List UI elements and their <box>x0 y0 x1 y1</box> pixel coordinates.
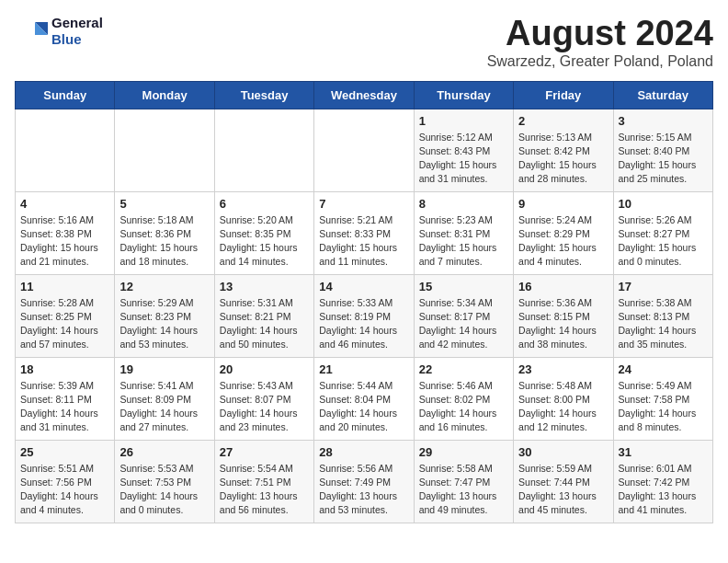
day-info: Sunrise: 5:33 AM Sunset: 8:19 PM Dayligh… <box>319 296 408 352</box>
day-number: 29 <box>419 445 508 459</box>
day-info: Sunrise: 5:12 AM Sunset: 8:43 PM Dayligh… <box>419 131 508 187</box>
weekday-header-monday: Monday <box>115 81 214 109</box>
header: General Blue August 2024 Swarzedz, Great… <box>15 15 713 70</box>
calendar-cell: 18Sunrise: 5:39 AM Sunset: 8:11 PM Dayli… <box>16 357 115 440</box>
day-number: 20 <box>220 362 309 376</box>
day-number: 14 <box>319 280 408 293</box>
calendar-cell: 12Sunrise: 5:29 AM Sunset: 8:23 PM Dayli… <box>115 274 214 357</box>
calendar-cell: 25Sunrise: 5:51 AM Sunset: 7:56 PM Dayli… <box>16 440 115 523</box>
day-info: Sunrise: 5:31 AM Sunset: 8:21 PM Dayligh… <box>220 296 309 352</box>
day-info: Sunrise: 5:41 AM Sunset: 8:09 PM Dayligh… <box>119 379 209 435</box>
day-number: 17 <box>619 280 708 293</box>
day-number: 16 <box>518 280 608 293</box>
calendar-cell: 1Sunrise: 5:12 AM Sunset: 8:43 PM Daylig… <box>414 109 513 191</box>
calendar-cell: 28Sunrise: 5:56 AM Sunset: 7:49 PM Dayli… <box>314 440 414 523</box>
day-number: 11 <box>20 280 109 293</box>
day-info: Sunrise: 5:29 AM Sunset: 8:23 PM Dayligh… <box>119 296 209 352</box>
calendar-cell <box>115 109 214 191</box>
day-info: Sunrise: 5:48 AM Sunset: 8:00 PM Dayligh… <box>518 379 608 435</box>
day-number: 5 <box>119 197 209 211</box>
calendar-cell <box>16 109 115 191</box>
day-number: 30 <box>518 445 608 459</box>
day-info: Sunrise: 5:13 AM Sunset: 8:42 PM Dayligh… <box>518 131 608 187</box>
day-number: 13 <box>220 280 309 293</box>
calendar-cell: 30Sunrise: 5:59 AM Sunset: 7:44 PM Dayli… <box>514 440 613 523</box>
calendar-cell: 20Sunrise: 5:43 AM Sunset: 8:07 PM Dayli… <box>214 357 313 440</box>
day-number: 22 <box>419 362 508 376</box>
calendar-cell: 10Sunrise: 5:26 AM Sunset: 8:27 PM Dayli… <box>613 191 712 274</box>
week-row-1: 1Sunrise: 5:12 AM Sunset: 8:43 PM Daylig… <box>16 109 713 191</box>
day-number: 26 <box>119 445 209 459</box>
day-number: 1 <box>419 114 508 128</box>
day-number: 18 <box>20 362 109 376</box>
calendar-cell: 3Sunrise: 5:15 AM Sunset: 8:40 PM Daylig… <box>613 109 712 191</box>
day-info: Sunrise: 5:59 AM Sunset: 7:44 PM Dayligh… <box>518 462 608 518</box>
calendar-cell: 7Sunrise: 5:21 AM Sunset: 8:33 PM Daylig… <box>314 191 414 274</box>
day-number: 24 <box>619 362 708 376</box>
calendar-table: SundayMondayTuesdayWednesdayThursdayFrid… <box>15 81 713 523</box>
week-row-5: 25Sunrise: 5:51 AM Sunset: 7:56 PM Dayli… <box>16 440 713 523</box>
day-info: Sunrise: 5:18 AM Sunset: 8:36 PM Dayligh… <box>119 213 209 270</box>
day-info: Sunrise: 5:24 AM Sunset: 8:29 PM Dayligh… <box>518 213 608 270</box>
day-number: 25 <box>20 445 109 459</box>
weekday-header-saturday: Saturday <box>613 81 712 109</box>
day-info: Sunrise: 5:20 AM Sunset: 8:35 PM Dayligh… <box>220 213 309 270</box>
weekday-header-wednesday: Wednesday <box>314 81 414 109</box>
calendar-cell: 16Sunrise: 5:36 AM Sunset: 8:15 PM Dayli… <box>514 274 613 357</box>
calendar-cell: 29Sunrise: 5:58 AM Sunset: 7:47 PM Dayli… <box>414 440 513 523</box>
calendar-cell: 8Sunrise: 5:23 AM Sunset: 8:31 PM Daylig… <box>414 191 513 274</box>
day-number: 31 <box>619 445 708 459</box>
weekday-header-sunday: Sunday <box>16 81 115 109</box>
day-info: Sunrise: 5:28 AM Sunset: 8:25 PM Dayligh… <box>20 296 109 352</box>
logo-icon <box>15 15 48 48</box>
calendar-cell <box>314 109 414 191</box>
calendar-cell: 17Sunrise: 5:38 AM Sunset: 8:13 PM Dayli… <box>613 274 712 357</box>
day-info: Sunrise: 5:54 AM Sunset: 7:51 PM Dayligh… <box>220 462 309 518</box>
day-info: Sunrise: 6:01 AM Sunset: 7:42 PM Dayligh… <box>619 462 708 518</box>
day-info: Sunrise: 5:34 AM Sunset: 8:17 PM Dayligh… <box>419 296 508 352</box>
day-info: Sunrise: 5:36 AM Sunset: 8:15 PM Dayligh… <box>518 296 608 352</box>
calendar-cell: 14Sunrise: 5:33 AM Sunset: 8:19 PM Dayli… <box>314 274 414 357</box>
day-info: Sunrise: 5:56 AM Sunset: 7:49 PM Dayligh… <box>319 462 408 518</box>
calendar-cell: 23Sunrise: 5:48 AM Sunset: 8:00 PM Dayli… <box>514 357 613 440</box>
day-number: 10 <box>619 197 708 211</box>
day-info: Sunrise: 5:43 AM Sunset: 8:07 PM Dayligh… <box>220 379 309 435</box>
day-number: 28 <box>319 445 408 459</box>
day-info: Sunrise: 5:51 AM Sunset: 7:56 PM Dayligh… <box>20 462 109 518</box>
day-info: Sunrise: 5:46 AM Sunset: 8:02 PM Dayligh… <box>419 379 508 435</box>
day-number: 8 <box>419 197 508 211</box>
calendar-cell: 31Sunrise: 6:01 AM Sunset: 7:42 PM Dayli… <box>613 440 712 523</box>
logo: General Blue <box>15 15 103 48</box>
day-number: 7 <box>319 197 408 211</box>
calendar-cell: 2Sunrise: 5:13 AM Sunset: 8:42 PM Daylig… <box>514 109 613 191</box>
day-info: Sunrise: 5:26 AM Sunset: 8:27 PM Dayligh… <box>619 213 708 270</box>
day-number: 19 <box>119 362 209 376</box>
calendar-cell: 13Sunrise: 5:31 AM Sunset: 8:21 PM Dayli… <box>214 274 313 357</box>
calendar-cell: 24Sunrise: 5:49 AM Sunset: 7:58 PM Dayli… <box>613 357 712 440</box>
calendar-cell <box>214 109 313 191</box>
week-row-3: 11Sunrise: 5:28 AM Sunset: 8:25 PM Dayli… <box>16 274 713 357</box>
day-number: 9 <box>518 197 608 211</box>
calendar-cell: 27Sunrise: 5:54 AM Sunset: 7:51 PM Dayli… <box>214 440 313 523</box>
weekday-header-row: SundayMondayTuesdayWednesdayThursdayFrid… <box>16 81 713 109</box>
day-number: 15 <box>419 280 508 293</box>
calendar-cell: 5Sunrise: 5:18 AM Sunset: 8:36 PM Daylig… <box>115 191 214 274</box>
logo-text: General Blue <box>51 15 103 48</box>
day-number: 2 <box>518 114 608 128</box>
calendar-cell: 15Sunrise: 5:34 AM Sunset: 8:17 PM Dayli… <box>414 274 513 357</box>
subtitle: Swarzedz, Greater Poland, Poland <box>487 53 713 70</box>
day-info: Sunrise: 5:38 AM Sunset: 8:13 PM Dayligh… <box>619 296 708 352</box>
day-number: 21 <box>319 362 408 376</box>
main-title: August 2024 <box>487 15 713 53</box>
day-info: Sunrise: 5:15 AM Sunset: 8:40 PM Dayligh… <box>619 131 708 187</box>
day-number: 4 <box>20 197 109 211</box>
calendar-cell: 4Sunrise: 5:16 AM Sunset: 8:38 PM Daylig… <box>16 191 115 274</box>
day-info: Sunrise: 5:44 AM Sunset: 8:04 PM Dayligh… <box>319 379 408 435</box>
calendar-cell: 9Sunrise: 5:24 AM Sunset: 8:29 PM Daylig… <box>514 191 613 274</box>
calendar-cell: 26Sunrise: 5:53 AM Sunset: 7:53 PM Dayli… <box>115 440 214 523</box>
calendar-cell: 6Sunrise: 5:20 AM Sunset: 8:35 PM Daylig… <box>214 191 313 274</box>
weekday-header-thursday: Thursday <box>414 81 513 109</box>
day-info: Sunrise: 5:49 AM Sunset: 7:58 PM Dayligh… <box>619 379 708 435</box>
day-number: 6 <box>220 197 309 211</box>
day-info: Sunrise: 5:53 AM Sunset: 7:53 PM Dayligh… <box>119 462 209 518</box>
